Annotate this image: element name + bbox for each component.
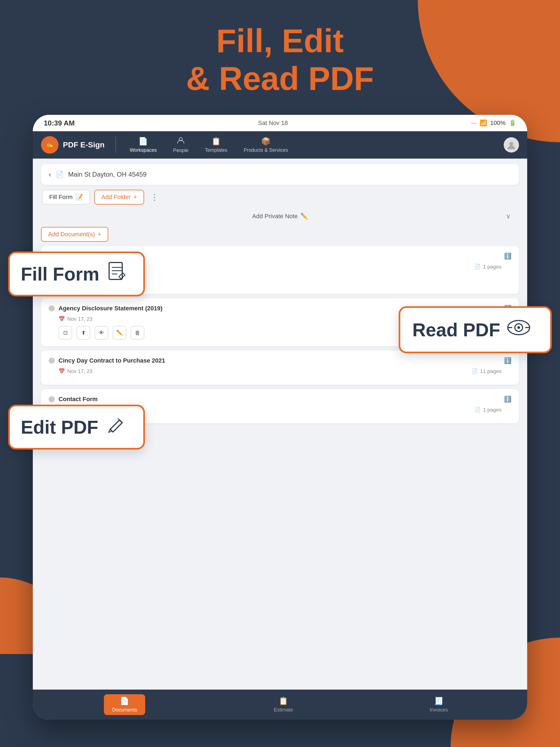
doc-action-view-1[interactable]: 👁 — [95, 326, 108, 340]
doc-header-2: Cincy Day Contract to Purchase 2021 ℹ️ — [49, 357, 511, 364]
doc-title-2: Cincy Day Contract to Purchase 2021 — [58, 357, 500, 364]
status-right: ··· 📶 100% 🔋 — [471, 120, 516, 127]
doc-header-3: Contact Form ℹ️ — [49, 396, 511, 403]
doc-action-delete-1[interactable]: 🗑 — [131, 326, 144, 340]
doc-indicator-1 — [49, 305, 55, 311]
nav-item-people[interactable]: People — [168, 134, 194, 156]
callout-edit-pdf: Edit PDF — [8, 405, 145, 449]
doc-indicator-3 — [49, 396, 55, 402]
doc-info-icon-2[interactable]: ℹ️ — [504, 357, 511, 364]
templates-label: Templates — [205, 147, 227, 153]
estimate-tab-label: Estimate — [274, 707, 293, 713]
fill-form-icon: 📝 — [75, 194, 83, 201]
doc-pages-0: 📄 1 pages — [474, 264, 502, 270]
wifi-icon: 📶 — [480, 120, 487, 127]
hero-line1: Fill, Edit — [216, 22, 344, 59]
callout-read-pdf-text: Read PDF — [412, 319, 500, 340]
invoices-tab-icon: 🧾 — [434, 696, 443, 705]
doc-pages-2: 📄 11 pages — [472, 368, 502, 374]
invoices-tab-label: Invoices — [430, 707, 448, 713]
doc-info-icon-3[interactable]: ℹ️ — [504, 396, 511, 403]
documents-tab-icon: 📄 — [120, 696, 129, 705]
bottom-tab-bar: 📄 Documents 📋 Estimate 🧾 Invoices — [33, 690, 527, 720]
battery-text: 100% — [490, 120, 506, 127]
workspaces-label: Workspaces — [130, 147, 157, 153]
logo-icon: ✍ — [41, 136, 58, 154]
edit-icon: ✏️ — [301, 213, 308, 220]
private-note-bar: Add Private Note ✏️ ∨ — [41, 210, 519, 223]
tab-invoices[interactable]: 🧾 Invoices — [422, 694, 456, 715]
doc-indicator-2 — [49, 358, 55, 364]
document-card-2: Cincy Day Contract to Purchase 2021 ℹ️ 📅… — [41, 351, 519, 385]
doc-action-edit-1[interactable]: ✏️ — [113, 326, 126, 340]
svg-line-9 — [123, 273, 125, 275]
svg-text:✍: ✍ — [47, 141, 53, 148]
edit-pdf-callout-icon — [105, 414, 127, 440]
action-bar: Fill Form 📝 Add Folder + ⋮ — [41, 190, 519, 205]
hero-line2: & Read — [186, 60, 308, 97]
status-dots-icon: ··· — [471, 120, 476, 127]
calendar-icon-2: 📅 — [58, 368, 65, 374]
doc-date-1: 📅 Nov 17, 23 — [58, 316, 93, 322]
pages-icon-2: 📄 — [472, 368, 478, 374]
tab-documents[interactable]: 📄 Documents — [104, 694, 145, 715]
top-nav: ✍ PDF E-Sign 📄 Workspaces People 📋 Templ… — [33, 131, 527, 159]
nav-logo[interactable]: ✍ PDF E-Sign — [41, 136, 104, 154]
callout-read-pdf: Read PDF — [399, 306, 552, 353]
calendar-icon-1: 📅 — [58, 316, 65, 322]
svg-point-12 — [517, 326, 520, 329]
status-date: Sat Nov 18 — [258, 120, 288, 127]
read-pdf-callout-icon — [507, 315, 531, 344]
status-bar: 10:39 AM Sat Nov 18 ··· 📶 100% 🔋 — [33, 115, 527, 131]
add-folder-icon: + — [133, 194, 137, 201]
pages-icon-0: 📄 — [474, 264, 481, 270]
private-note-label: Add Private Note — [252, 213, 298, 220]
fill-form-callout-icon — [106, 261, 128, 287]
add-doc-bar: Add Document(s) + — [41, 225, 519, 246]
workspaces-icon: 📄 — [138, 137, 148, 146]
pages-icon-3: 📄 — [474, 407, 481, 413]
nav-item-workspaces[interactable]: 📄 Workspaces — [124, 134, 162, 155]
add-folder-button[interactable]: Add Folder + — [94, 190, 144, 205]
people-label: People — [173, 148, 188, 153]
svg-point-4 — [509, 142, 513, 146]
fill-form-label: Fill Form — [49, 194, 73, 201]
doc-info-icon-0[interactable]: ℹ️ — [504, 253, 511, 260]
logo-text: PDF E-Sign — [63, 140, 104, 149]
doc-pages-3: 📄 1 pages — [474, 407, 502, 413]
address-bar: ‹ 📄 Main St Dayton, OH 45459 — [41, 164, 519, 185]
products-icon: 📦 — [261, 137, 271, 146]
status-time: 10:39 AM — [44, 119, 75, 127]
hero-highlight: PDF — [308, 60, 374, 97]
profile-avatar[interactable] — [504, 137, 519, 153]
back-button[interactable]: ‹ — [49, 170, 51, 179]
add-folder-label: Add Folder — [101, 194, 131, 201]
callout-fill-form-text: Fill Form — [21, 263, 99, 285]
doc-meta-2: 📅 Nov 17, 23 📄 11 pages — [49, 368, 511, 374]
doc-action-archive-1[interactable]: ⊡ — [58, 326, 72, 340]
doc-action-share-1[interactable]: ⬆ — [77, 326, 90, 340]
callout-fill-form: Fill Form — [8, 252, 145, 297]
nav-item-templates[interactable]: 📋 Templates — [199, 134, 233, 155]
more-options-button[interactable]: ⋮ — [151, 193, 158, 202]
address-icon: 📄 — [55, 171, 64, 178]
fill-form-button[interactable]: Fill Form 📝 — [42, 190, 90, 205]
documents-tab-label: Documents — [112, 707, 137, 713]
hero-section: Fill, Edit & Read PDF — [0, 22, 560, 97]
templates-icon: 📋 — [211, 137, 221, 146]
address-text: Main St Dayton, OH 45459 — [68, 171, 511, 178]
add-doc-icon: + — [98, 231, 101, 238]
nav-divider — [116, 137, 116, 153]
callout-edit-pdf-text: Edit PDF — [21, 416, 98, 438]
nav-item-products[interactable]: 📦 Products & Services — [238, 134, 294, 155]
chevron-down-icon[interactable]: ∨ — [506, 212, 511, 220]
tab-estimate[interactable]: 📋 Estimate — [265, 694, 301, 715]
add-document-button[interactable]: Add Document(s) + — [41, 227, 108, 242]
doc-title-3: Contact Form — [58, 396, 500, 403]
add-doc-label: Add Document(s) — [48, 231, 95, 238]
battery-icon: 🔋 — [509, 120, 516, 127]
products-label: Products & Services — [244, 147, 288, 153]
people-icon — [177, 136, 184, 146]
estimate-tab-icon: 📋 — [279, 696, 288, 705]
doc-date-2: 📅 Nov 17, 23 — [58, 368, 93, 374]
